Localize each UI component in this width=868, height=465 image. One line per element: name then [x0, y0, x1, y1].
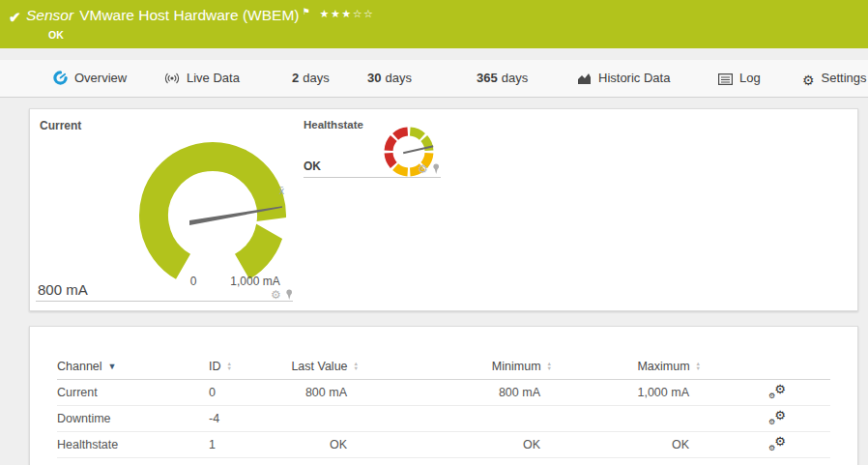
tab-label: Overview	[74, 71, 127, 85]
column-label: Minimum	[492, 360, 541, 373]
tab-number: 2	[292, 71, 299, 85]
area-chart-icon	[577, 63, 592, 100]
sensor-type-label: Sensor	[26, 7, 73, 23]
broadcast-icon	[164, 63, 180, 100]
divider	[304, 177, 441, 178]
channel-name: Healthstate	[57, 438, 209, 451]
status-check-icon: ✔	[9, 9, 21, 26]
last-value: OK	[267, 438, 359, 451]
gauge-scale-min: 0	[179, 275, 208, 288]
edit-channel-icon[interactable]: ⚙⚙	[768, 410, 786, 425]
current-panel-actions: ⚙	[271, 289, 294, 301]
tab-label: days	[502, 71, 528, 85]
current-value-link[interactable]: 800 mA	[38, 281, 88, 298]
tab-label: days	[385, 71, 411, 85]
gear-icon: ⚙	[802, 62, 815, 99]
column-header-minimum[interactable]: Minimum ▲▼	[359, 360, 552, 373]
tab-label: Log	[739, 71, 761, 85]
log-list-icon	[718, 63, 733, 100]
sort-icon: ▲▼	[696, 362, 701, 371]
current-panel-title: Current	[40, 119, 81, 132]
gauge-icon	[53, 63, 68, 100]
table-row-healthstate: Healthstate 1 OK OK OK ⚙⚙	[57, 432, 830, 458]
flag-icon[interactable]: ⚑	[303, 7, 310, 16]
divider	[36, 301, 293, 302]
sort-desc-icon: ▼	[108, 362, 117, 371]
edit-channel-icon[interactable]: ⚙⚙	[768, 384, 786, 399]
column-label: Last Value	[291, 360, 347, 373]
channel-name: Current	[57, 386, 209, 399]
table-row-downtime: Downtime -4 ⚙⚙	[57, 406, 830, 432]
column-header-maximum[interactable]: Maximum ▲▼	[552, 360, 701, 373]
channel-id: 0	[209, 386, 267, 399]
healthstate-panel-title: Healthstate	[304, 119, 363, 131]
pin-icon[interactable]	[431, 163, 441, 175]
priority-stars[interactable]: ★★★☆☆	[320, 8, 375, 19]
tab-number: 30	[367, 71, 381, 85]
column-label: Channel	[57, 360, 102, 373]
average-marker-symbol: x̄	[279, 186, 284, 196]
tab-2-days[interactable]: 2days	[292, 60, 330, 97]
prtg-sensor-page: ✔ SensorVMware Host Hardware (WBEM)⚑★★★☆…	[0, 0, 868, 465]
column-label: Maximum	[637, 360, 689, 373]
healthstate-panel-actions: ⚙	[418, 163, 441, 175]
sensor-name: VMware Host Hardware (WBEM)	[79, 7, 299, 23]
tab-live-data[interactable]: Live Data	[164, 60, 240, 97]
gauge-scale-max: 1,000 mA	[217, 275, 294, 288]
minimum-value: 800 mA	[359, 386, 552, 399]
sort-icon: ▲▼	[227, 362, 232, 371]
healthstate-value-link[interactable]: OK	[304, 160, 321, 173]
tab-overview[interactable]: Overview	[53, 60, 127, 97]
gear-icon[interactable]: ⚙	[418, 163, 428, 175]
gear-icon[interactable]: ⚙	[271, 289, 281, 301]
maximum-value: 1,000 mA	[552, 386, 701, 399]
pin-icon[interactable]	[284, 289, 294, 301]
column-header-channel[interactable]: Channel ▼	[57, 360, 209, 373]
last-value: 800 mA	[267, 386, 359, 399]
overview-gauges-card: Current x̄ 0 1,000 mA 800 mA ⚙ Healthsta…	[29, 108, 858, 311]
page-title: SensorVMware Host Hardware (WBEM)⚑★★★☆☆	[26, 7, 374, 24]
channel-id: 1	[209, 438, 267, 451]
tab-settings[interactable]: ⚙Settings	[802, 60, 867, 97]
tab-bar: Overview Live Data 2days 30days 365days …	[0, 60, 868, 98]
column-header-last-value[interactable]: Last Value ▲▼	[267, 360, 359, 373]
table-row-current: Current 0 800 mA 800 mA 1,000 mA ⚙⚙	[57, 380, 830, 406]
current-gauge	[135, 138, 290, 293]
channels-table: Channel ▼ ID ▲▼ Last Value ▲▼ Minimum ▲▼…	[30, 354, 857, 458]
channels-table-card: Channel ▼ ID ▲▼ Last Value ▲▼ Minimum ▲▼…	[29, 326, 858, 465]
tab-30-days[interactable]: 30days	[367, 60, 412, 97]
tab-historic-data[interactable]: Historic Data	[577, 60, 670, 97]
channel-name: Downtime	[57, 412, 209, 425]
status-badge: OK	[48, 29, 64, 41]
column-header-id[interactable]: ID ▲▼	[209, 360, 267, 373]
tab-label: Live Data	[187, 71, 240, 85]
table-header-row: Channel ▼ ID ▲▼ Last Value ▲▼ Minimum ▲▼…	[57, 354, 830, 380]
sensor-header: ✔ SensorVMware Host Hardware (WBEM)⚑★★★☆…	[0, 0, 868, 48]
tab-label: Settings	[822, 71, 867, 85]
tab-365-days[interactable]: 365days	[477, 60, 528, 97]
channel-id: -4	[209, 412, 267, 425]
tab-label: days	[303, 71, 329, 85]
tab-label: Historic Data	[598, 71, 670, 85]
tab-log[interactable]: Log	[718, 60, 761, 97]
minimum-value: OK	[359, 438, 552, 451]
tab-number: 365	[477, 71, 498, 85]
column-label: ID	[209, 360, 221, 373]
edit-channel-icon[interactable]: ⚙⚙	[768, 436, 786, 451]
maximum-value: OK	[552, 438, 701, 451]
